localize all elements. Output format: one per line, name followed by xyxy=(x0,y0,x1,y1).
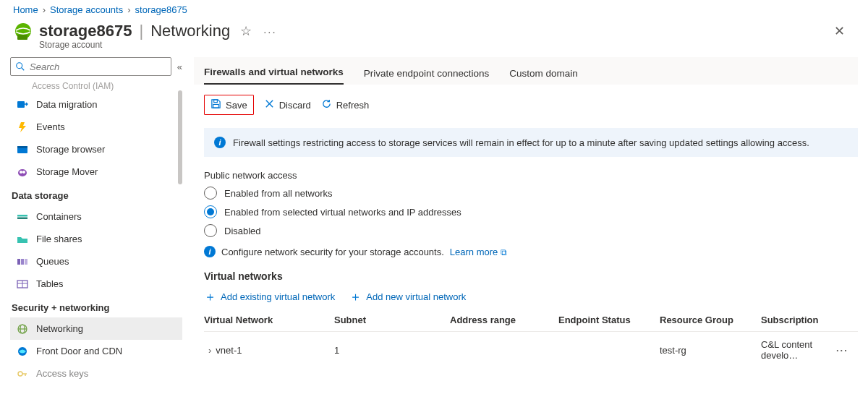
col-subnet: Subnet xyxy=(334,315,450,325)
svg-point-22 xyxy=(18,372,22,376)
svg-rect-4 xyxy=(17,101,25,108)
sidebar-item-networking[interactable]: Networking xyxy=(10,317,182,340)
table-row[interactable]: ›vnet-1 1 test-rg C&L content develo… ··… xyxy=(204,331,858,368)
breadcrumb-resource[interactable]: storage8675 xyxy=(135,4,187,15)
sidebar-item-label: Tables xyxy=(36,278,64,289)
sidebar-item-file-shares[interactable]: File shares xyxy=(10,228,182,250)
vnet-table: Virtual Network Subnet Address range End… xyxy=(204,315,858,368)
tab-firewalls[interactable]: Firewalls and virtual networks xyxy=(204,67,344,85)
breadcrumb: Home › Storage accounts › storage8675 xyxy=(0,0,868,18)
col-subscription: Subscription xyxy=(761,315,836,325)
plus-icon: ＋ xyxy=(204,291,216,303)
collapse-sidebar-icon[interactable]: « xyxy=(177,61,182,72)
file-shares-icon xyxy=(16,233,29,246)
radio-label: Enabled from selected virtual networks a… xyxy=(224,207,461,218)
cell-vnet-name: vnet-1 xyxy=(216,345,242,356)
scrollbar-thumb[interactable] xyxy=(178,90,182,184)
search-icon xyxy=(15,61,25,72)
sidebar-item-access-control[interactable]: Access Control (IAM) xyxy=(10,79,182,93)
save-button[interactable]: Save xyxy=(204,95,254,115)
info-icon: i xyxy=(204,246,216,257)
main-content: Firewalls and virtual networks Private e… xyxy=(182,57,868,390)
sidebar-item-events[interactable]: Events xyxy=(10,116,182,138)
sidebar-item-containers[interactable]: Containers xyxy=(10,205,182,228)
chevron-right-icon: › xyxy=(43,4,46,15)
storage-mover-icon xyxy=(16,166,29,179)
refresh-label: Refresh xyxy=(336,100,370,111)
security-info-text: Configure network security for your stor… xyxy=(221,247,444,257)
sidebar-item-label: Storage Mover xyxy=(36,166,98,177)
add-existing-vnet-button[interactable]: ＋Add existing virtual network xyxy=(204,291,335,303)
svg-rect-14 xyxy=(25,259,27,265)
radio-enabled-all[interactable]: Enabled from all networks xyxy=(204,187,858,200)
access-keys-icon xyxy=(16,367,29,380)
sidebar-item-label: Containers xyxy=(36,211,82,222)
toolbar: Save Discard Refresh xyxy=(204,85,858,128)
tab-custom-domain[interactable]: Custom domain xyxy=(509,68,578,85)
virtual-networks-title: Virtual networks xyxy=(204,270,858,282)
resource-name: storage8675 xyxy=(39,22,132,40)
discard-icon xyxy=(264,98,275,111)
sidebar-item-front-door[interactable]: Front Door and CDN xyxy=(10,340,182,362)
breadcrumb-home[interactable]: Home xyxy=(13,4,38,15)
radio-label: Enabled from all networks xyxy=(224,188,333,199)
info-banner-text: Firewall settings restricting access to … xyxy=(233,137,809,148)
tab-private-endpoint[interactable]: Private endpoint connections xyxy=(364,68,489,85)
svg-line-3 xyxy=(22,68,25,71)
front-door-icon xyxy=(16,345,29,358)
sidebar-item-storage-browser[interactable]: Storage browser xyxy=(10,138,182,161)
breadcrumb-storage-accounts[interactable]: Storage accounts xyxy=(50,4,123,15)
info-banner: i Firewall settings restricting access t… xyxy=(204,128,858,157)
more-actions-icon[interactable]: ··· xyxy=(263,25,277,38)
sidebar-group-data-storage: Data storage xyxy=(10,183,182,205)
sidebar-item-storage-mover[interactable]: Storage Mover xyxy=(10,161,182,183)
chevron-right-icon: › xyxy=(127,4,130,15)
containers-icon xyxy=(16,210,29,223)
svg-rect-10 xyxy=(17,215,27,217)
discard-button[interactable]: Discard xyxy=(264,98,311,111)
favorite-icon[interactable]: ☆ xyxy=(240,23,252,39)
storage-account-icon xyxy=(13,21,33,41)
sidebar-item-label: Data migration xyxy=(36,99,98,110)
svg-point-7 xyxy=(18,169,27,176)
sidebar-item-label: Storage browser xyxy=(36,144,105,155)
svg-point-9 xyxy=(22,171,25,174)
tables-icon xyxy=(16,278,29,291)
svg-rect-25 xyxy=(214,100,218,103)
radio-disabled[interactable]: Disabled xyxy=(204,224,858,237)
sidebar: « Access Control (IAM) Data migration Ev… xyxy=(0,57,182,390)
svg-point-8 xyxy=(20,171,22,174)
page-header: storage8675 | Networking ☆ ··· ✕ xyxy=(0,18,868,41)
sidebar-item-access-keys[interactable]: Access keys xyxy=(10,362,182,385)
row-more-icon[interactable]: ··· xyxy=(836,345,858,356)
cell-subscription: C&L content develo… xyxy=(761,339,836,361)
discard-label: Discard xyxy=(279,100,311,111)
refresh-button[interactable]: Refresh xyxy=(321,98,370,111)
svg-rect-13 xyxy=(21,259,24,265)
plus-icon: ＋ xyxy=(349,291,362,303)
security-info-line: i Configure network security for your st… xyxy=(204,246,858,257)
svg-rect-11 xyxy=(17,217,27,219)
sidebar-item-tables[interactable]: Tables xyxy=(10,273,182,295)
col-virtual-network: Virtual Network xyxy=(204,315,334,325)
col-address-range: Address range xyxy=(450,315,558,325)
learn-more-link[interactable]: Learn more ⧉ xyxy=(450,247,507,257)
sidebar-item-data-migration[interactable]: Data migration xyxy=(10,93,182,116)
svg-rect-26 xyxy=(213,104,219,108)
search-input[interactable] xyxy=(10,57,171,76)
sidebar-item-queues[interactable]: Queues xyxy=(10,250,182,273)
cell-resource-group: test-rg xyxy=(660,345,761,356)
chevron-right-icon[interactable]: › xyxy=(208,345,211,356)
public-access-radio-group: Enabled from all networks Enabled from s… xyxy=(204,187,858,237)
sidebar-group-security: Security + networking xyxy=(10,295,182,317)
close-icon[interactable]: ✕ xyxy=(834,23,855,39)
sidebar-item-label: Access keys xyxy=(36,368,88,379)
sidebar-item-label: Queues xyxy=(36,256,69,267)
sidebar-item-label: Front Door and CDN xyxy=(36,346,122,356)
radio-enabled-selected[interactable]: Enabled from selected virtual networks a… xyxy=(204,205,858,218)
refresh-icon xyxy=(321,98,332,111)
page-title: Networking xyxy=(150,22,230,40)
svg-point-2 xyxy=(17,63,22,69)
add-new-vnet-button[interactable]: ＋Add new virtual network xyxy=(349,291,466,303)
svg-rect-6 xyxy=(17,146,27,148)
